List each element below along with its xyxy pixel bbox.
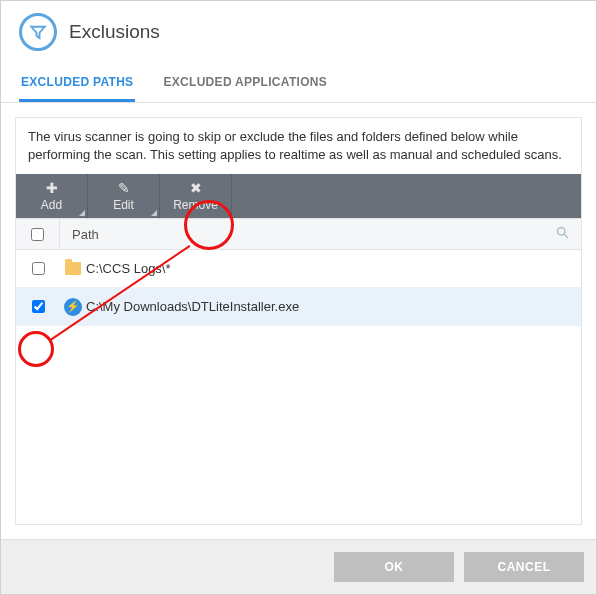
tab-bar: EXCLUDED PATHS EXCLUDED APPLICATIONS [1, 65, 596, 103]
tab-excluded-paths[interactable]: EXCLUDED PATHS [19, 65, 135, 102]
description-text: The virus scanner is going to skip or ex… [16, 118, 581, 174]
rows-container: C:\CCS Logs\*⚡C:\My Downloads\DTLiteInst… [16, 250, 581, 524]
remove-button[interactable]: ✖ Remove [160, 174, 232, 218]
dialog-title: Exclusions [69, 21, 160, 43]
dropdown-indicator [79, 210, 85, 216]
edit-label: Edit [113, 198, 134, 212]
exe-icon: ⚡ [60, 298, 86, 316]
content-area: The virus scanner is going to skip or ex… [1, 103, 596, 539]
table-row[interactable]: ⚡C:\My Downloads\DTLiteInstaller.exe [16, 288, 581, 326]
add-label: Add [41, 198, 62, 212]
row-path-text: C:\My Downloads\DTLiteInstaller.exe [86, 299, 581, 314]
filter-icon [19, 13, 57, 51]
exclusions-dialog: Exclusions EXCLUDED PATHS EXCLUDED APPLI… [0, 0, 597, 595]
cancel-button[interactable]: CANCEL [464, 552, 584, 582]
add-button[interactable]: ✚ Add [16, 174, 88, 218]
select-all-checkbox[interactable] [31, 228, 44, 241]
pencil-icon: ✎ [88, 180, 159, 196]
dropdown-indicator [151, 210, 157, 216]
column-header-row: Path [16, 218, 581, 250]
dialog-header: Exclusions [1, 1, 596, 59]
svg-line-1 [564, 235, 568, 239]
exclusions-panel: The virus scanner is going to skip or ex… [15, 117, 582, 525]
toolbar: ✚ Add ✎ Edit ✖ Remove [16, 174, 581, 218]
select-all-cell [16, 219, 60, 249]
remove-label: Remove [173, 198, 218, 212]
search-icon[interactable] [543, 225, 581, 243]
x-icon: ✖ [160, 180, 231, 196]
folder-icon [60, 262, 86, 275]
row-checkbox-cell [16, 262, 60, 275]
tab-excluded-applications[interactable]: EXCLUDED APPLICATIONS [161, 65, 329, 102]
table-row[interactable]: C:\CCS Logs\* [16, 250, 581, 288]
row-checkbox[interactable] [32, 262, 45, 275]
row-checkbox[interactable] [32, 300, 45, 313]
dialog-footer: OK CANCEL [1, 539, 596, 594]
edit-button[interactable]: ✎ Edit [88, 174, 160, 218]
svg-point-0 [557, 228, 565, 236]
row-checkbox-cell [16, 300, 60, 313]
ok-button[interactable]: OK [334, 552, 454, 582]
path-column-header[interactable]: Path [60, 227, 543, 242]
plus-icon: ✚ [16, 180, 87, 196]
row-path-text: C:\CCS Logs\* [86, 261, 581, 276]
